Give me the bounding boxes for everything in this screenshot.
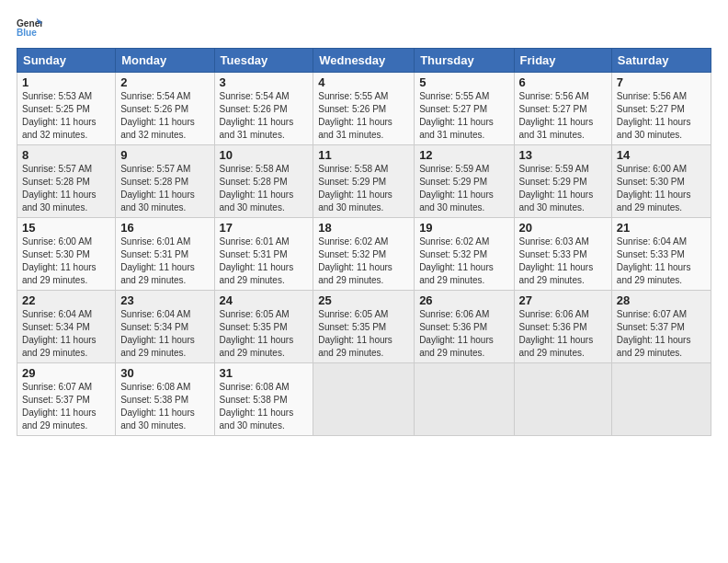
day-number: 6 — [519, 75, 607, 89]
calendar-cell: 25 Sunrise: 6:05 AMSunset: 5:35 PMDaylig… — [313, 291, 415, 363]
day-number: 19 — [419, 221, 508, 235]
calendar-cell: 2 Sunrise: 5:54 AMSunset: 5:26 PMDayligh… — [116, 73, 214, 145]
day-header-wednesday: Wednesday — [313, 49, 415, 73]
day-detail: Sunrise: 6:01 AMSunset: 5:31 PMDaylight:… — [120, 236, 195, 285]
calendar-cell: 4 Sunrise: 5:55 AMSunset: 5:26 PMDayligh… — [313, 73, 415, 145]
day-number: 5 — [419, 75, 508, 89]
day-detail: Sunrise: 5:57 AMSunset: 5:28 PMDaylight:… — [120, 164, 195, 213]
day-number: 15 — [22, 221, 110, 235]
day-detail: Sunrise: 6:07 AMSunset: 5:37 PMDaylight:… — [22, 382, 97, 431]
day-number: 30 — [120, 366, 209, 380]
calendar-cell: 27 Sunrise: 6:06 AMSunset: 5:36 PMDaylig… — [514, 291, 611, 363]
calendar-cell: 9 Sunrise: 5:57 AMSunset: 5:28 PMDayligh… — [116, 145, 214, 218]
day-number: 13 — [519, 148, 607, 162]
day-detail: Sunrise: 5:59 AMSunset: 5:29 PMDaylight:… — [519, 164, 594, 213]
day-number: 10 — [220, 148, 309, 162]
day-number: 8 — [22, 148, 110, 162]
day-header-tuesday: Tuesday — [214, 49, 313, 73]
day-number: 29 — [22, 366, 110, 380]
day-detail: Sunrise: 6:08 AMSunset: 5:38 PMDaylight:… — [120, 382, 195, 431]
calendar-cell: 21 Sunrise: 6:04 AMSunset: 5:33 PMDaylig… — [611, 218, 711, 291]
day-header-friday: Friday — [514, 49, 611, 73]
calendar-cell: 12 Sunrise: 5:59 AMSunset: 5:29 PMDaylig… — [415, 145, 514, 218]
day-detail: Sunrise: 6:04 AMSunset: 5:33 PMDaylight:… — [617, 236, 691, 285]
day-detail: Sunrise: 6:01 AMSunset: 5:31 PMDaylight:… — [220, 236, 294, 285]
calendar-cell: 16 Sunrise: 6:01 AMSunset: 5:31 PMDaylig… — [116, 218, 214, 291]
calendar-week-row: 22 Sunrise: 6:04 AMSunset: 5:34 PMDaylig… — [17, 291, 711, 363]
day-number: 2 — [120, 75, 209, 89]
day-detail: Sunrise: 6:04 AMSunset: 5:34 PMDaylight:… — [22, 309, 97, 358]
day-number: 24 — [220, 293, 309, 307]
calendar-cell: 11 Sunrise: 5:58 AMSunset: 5:29 PMDaylig… — [313, 145, 415, 218]
calendar-table: SundayMondayTuesdayWednesdayThursdayFrid… — [17, 48, 711, 436]
svg-text:Blue: Blue — [17, 28, 37, 38]
day-detail: Sunrise: 6:06 AMSunset: 5:36 PMDaylight:… — [419, 309, 494, 358]
calendar-cell: 3 Sunrise: 5:54 AMSunset: 5:26 PMDayligh… — [214, 73, 313, 145]
page: General Blue SundayMondayTuesdayWednesda… — [0, 0, 728, 445]
calendar-cell: 20 Sunrise: 6:03 AMSunset: 5:33 PMDaylig… — [514, 218, 611, 291]
day-detail: Sunrise: 6:03 AMSunset: 5:33 PMDaylight:… — [519, 236, 594, 285]
day-number: 12 — [419, 148, 508, 162]
calendar-cell: 5 Sunrise: 5:55 AMSunset: 5:27 PMDayligh… — [415, 73, 514, 145]
calendar-cell: 14 Sunrise: 6:00 AMSunset: 5:30 PMDaylig… — [611, 145, 711, 218]
calendar-cell: 13 Sunrise: 5:59 AMSunset: 5:29 PMDaylig… — [514, 145, 611, 218]
day-detail: Sunrise: 6:05 AMSunset: 5:35 PMDaylight:… — [220, 309, 294, 358]
day-number: 1 — [22, 75, 110, 89]
day-number: 25 — [318, 293, 409, 307]
day-number: 22 — [22, 293, 110, 307]
calendar-cell: 15 Sunrise: 6:00 AMSunset: 5:30 PMDaylig… — [17, 218, 116, 291]
day-detail: Sunrise: 5:56 AMSunset: 5:27 PMDaylight:… — [519, 91, 594, 140]
calendar-cell: 24 Sunrise: 6:05 AMSunset: 5:35 PMDaylig… — [214, 291, 313, 363]
day-number: 14 — [617, 148, 706, 162]
calendar-week-row: 1 Sunrise: 5:53 AMSunset: 5:25 PMDayligh… — [17, 73, 711, 145]
day-number: 23 — [120, 293, 209, 307]
day-header-thursday: Thursday — [415, 49, 514, 73]
day-detail: Sunrise: 6:08 AMSunset: 5:38 PMDaylight:… — [220, 382, 294, 431]
day-number: 21 — [617, 221, 706, 235]
day-number: 26 — [419, 293, 508, 307]
day-detail: Sunrise: 6:04 AMSunset: 5:34 PMDaylight:… — [120, 309, 195, 358]
day-number: 16 — [120, 221, 209, 235]
logo-icon: General Blue — [17, 17, 42, 42]
day-detail: Sunrise: 5:58 AMSunset: 5:28 PMDaylight:… — [220, 164, 294, 213]
day-number: 9 — [120, 148, 209, 162]
day-detail: Sunrise: 5:55 AMSunset: 5:26 PMDaylight:… — [318, 91, 392, 140]
day-detail: Sunrise: 5:56 AMSunset: 5:27 PMDaylight:… — [617, 91, 691, 140]
calendar-week-row: 8 Sunrise: 5:57 AMSunset: 5:28 PMDayligh… — [17, 145, 711, 218]
day-detail: Sunrise: 5:53 AMSunset: 5:25 PMDaylight:… — [22, 91, 97, 140]
day-number: 3 — [220, 75, 309, 89]
day-header-saturday: Saturday — [611, 49, 711, 73]
day-number: 4 — [318, 75, 409, 89]
calendar-week-row: 29 Sunrise: 6:07 AMSunset: 5:37 PMDaylig… — [17, 363, 711, 436]
calendar-cell: 26 Sunrise: 6:06 AMSunset: 5:36 PMDaylig… — [415, 291, 514, 363]
calendar-cell — [415, 363, 514, 436]
day-header-sunday: Sunday — [17, 49, 116, 73]
calendar-cell: 6 Sunrise: 5:56 AMSunset: 5:27 PMDayligh… — [514, 73, 611, 145]
calendar-cell: 10 Sunrise: 5:58 AMSunset: 5:28 PMDaylig… — [214, 145, 313, 218]
day-number: 20 — [519, 221, 607, 235]
day-detail: Sunrise: 5:54 AMSunset: 5:26 PMDaylight:… — [220, 91, 294, 140]
calendar-cell: 31 Sunrise: 6:08 AMSunset: 5:38 PMDaylig… — [214, 363, 313, 436]
day-number: 27 — [519, 293, 607, 307]
day-number: 17 — [220, 221, 309, 235]
calendar-cell — [313, 363, 415, 436]
calendar-cell: 28 Sunrise: 6:07 AMSunset: 5:37 PMDaylig… — [611, 291, 711, 363]
calendar-cell: 19 Sunrise: 6:02 AMSunset: 5:32 PMDaylig… — [415, 218, 514, 291]
calendar-cell: 7 Sunrise: 5:56 AMSunset: 5:27 PMDayligh… — [611, 73, 711, 145]
calendar-cell: 18 Sunrise: 6:02 AMSunset: 5:32 PMDaylig… — [313, 218, 415, 291]
day-detail: Sunrise: 6:02 AMSunset: 5:32 PMDaylight:… — [419, 236, 494, 285]
day-detail: Sunrise: 5:54 AMSunset: 5:26 PMDaylight:… — [120, 91, 195, 140]
logo: General Blue — [17, 17, 42, 42]
day-detail: Sunrise: 6:07 AMSunset: 5:37 PMDaylight:… — [617, 309, 691, 358]
calendar-cell — [611, 363, 711, 436]
day-number: 28 — [617, 293, 706, 307]
day-number: 18 — [318, 221, 409, 235]
calendar-header-row: SundayMondayTuesdayWednesdayThursdayFrid… — [17, 49, 711, 73]
calendar-cell: 1 Sunrise: 5:53 AMSunset: 5:25 PMDayligh… — [17, 73, 116, 145]
day-detail: Sunrise: 6:02 AMSunset: 5:32 PMDaylight:… — [318, 236, 392, 285]
day-detail: Sunrise: 6:00 AMSunset: 5:30 PMDaylight:… — [22, 236, 97, 285]
day-number: 11 — [318, 148, 409, 162]
calendar-cell: 8 Sunrise: 5:57 AMSunset: 5:28 PMDayligh… — [17, 145, 116, 218]
day-detail: Sunrise: 5:59 AMSunset: 5:29 PMDaylight:… — [419, 164, 494, 213]
day-detail: Sunrise: 5:58 AMSunset: 5:29 PMDaylight:… — [318, 164, 392, 213]
